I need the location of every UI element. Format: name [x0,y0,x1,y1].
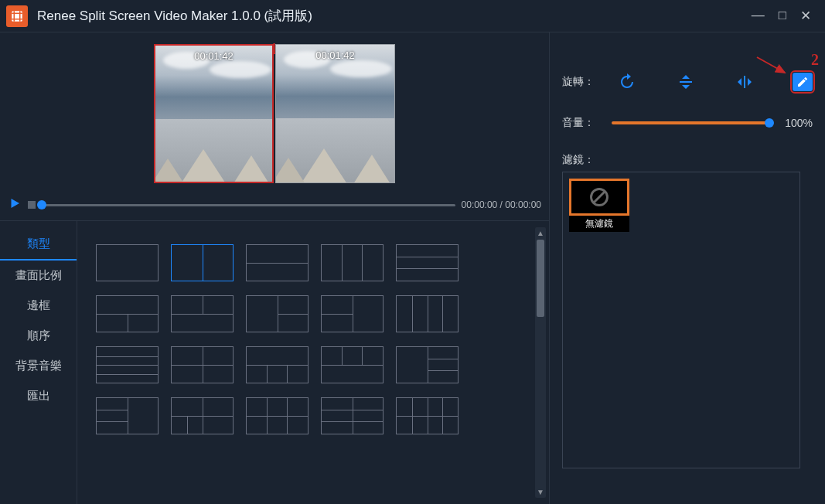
preview-clip-2[interactable]: 00:01:42 [275,44,395,183]
playback-controls: 00:00:00 / 00:00:00 [0,189,549,220]
svg-rect-2 [19,11,21,22]
layout-4x1[interactable] [96,346,159,383]
layout-more-1[interactable] [96,397,159,434]
rotate-label: 旋轉： [562,75,601,89]
rotate-cw-button[interactable] [616,71,638,93]
svg-line-5 [757,57,785,73]
layout-1x3[interactable] [321,244,384,281]
flip-vertical-icon [677,73,695,91]
film-icon [10,9,24,23]
svg-rect-0 [12,11,22,22]
seek-thumb[interactable] [37,200,46,209]
close-button[interactable]: ✕ [800,8,811,24]
maximize-button[interactable]: □ [779,8,786,24]
filter-label: 濾鏡： [562,153,601,167]
timecode: 00:00:00 / 00:00:00 [462,199,541,210]
tab-bgm[interactable]: 背景音樂 [0,351,77,381]
filter-item-none[interactable]: 無濾鏡 [569,179,629,232]
preview-area: 1 00:01:42 [0,32,549,189]
flip-horizontal-button[interactable] [734,71,755,93]
volume-label: 音量： [562,116,601,130]
scroll-down-icon[interactable]: ▼ [537,488,544,496]
pencil-icon [796,76,809,88]
volume-thumb[interactable] [765,118,774,128]
tab-border[interactable]: 邊框 [0,291,77,321]
annotation-2: 2 [811,51,819,69]
clip-2-timestamp: 00:01:42 [315,49,355,61]
layout-more-5[interactable] [396,397,459,434]
volume-row: 音量： 100% [562,116,813,130]
layout-t3b1[interactable] [321,346,384,383]
svg-rect-3 [12,12,22,14]
clip-1-timestamp: 00:01:42 [194,50,234,62]
layout-panel: ▲ ▼ [77,221,549,504]
scroll-thumb[interactable] [537,240,544,317]
preview-clip-1[interactable]: 00:01:42 [154,44,274,183]
stop-button[interactable] [28,201,36,209]
layout-1x1[interactable] [96,244,159,281]
layout-more-2[interactable] [171,397,234,434]
layout-1x2[interactable] [171,244,234,281]
layout-3x1[interactable] [396,244,459,281]
layout-t1b3[interactable] [246,346,309,383]
filter-item-none-label: 無濾鏡 [569,216,629,232]
layout-t1b2[interactable] [96,295,159,332]
no-filter-icon [588,186,610,208]
layout-l1r3[interactable] [396,346,459,383]
seek-slider[interactable] [42,204,455,206]
tab-export[interactable]: 匯出 [0,381,77,411]
svg-line-9 [594,192,605,203]
flip-horizontal-icon [735,73,754,91]
layout-2x1[interactable] [246,244,309,281]
properties-panel: 2 旋轉： 音量： 10 [550,32,825,504]
layout-scrollbar[interactable]: ▲ ▼ [535,227,546,498]
filter-thumb-none [569,179,629,216]
svg-rect-4 [12,19,22,20]
flip-vertical-button[interactable] [675,71,697,93]
window-controls: — □ ✕ [752,8,819,24]
rotate-cw-icon [618,73,636,91]
layout-more-4[interactable] [321,397,384,434]
volume-slider[interactable] [612,121,769,124]
app-logo [6,5,28,27]
layout-1x4[interactable] [396,295,459,332]
app-title: Renee Split Screen Video Maker 1.0.0 (試用… [37,7,312,25]
tab-order[interactable]: 順序 [0,321,77,351]
scroll-up-icon[interactable]: ▲ [537,229,544,237]
layout-t2b1[interactable] [171,295,234,332]
layout-l1r2[interactable] [246,295,309,332]
layout-l2r1[interactable] [321,295,384,332]
volume-value: 100% [780,117,813,129]
play-button[interactable] [8,195,22,215]
edit-button[interactable] [793,73,813,91]
svg-rect-7 [744,76,745,88]
tab-aspect-ratio[interactable]: 畫面比例 [0,261,77,291]
svg-rect-6 [680,81,692,83]
play-icon [8,196,22,210]
svg-rect-1 [14,11,15,22]
tab-type[interactable]: 類型 [0,229,77,261]
filter-list: 無濾鏡 [562,172,800,468]
tabs: 類型 畫面比例 邊框 順序 背景音樂 匯出 [0,221,77,504]
minimize-button[interactable]: — [752,8,765,24]
layout-more-3[interactable] [246,397,309,434]
annotation-arrow-icon [755,56,794,79]
titlebar: Renee Split Screen Video Maker 1.0.0 (試用… [0,0,825,32]
layout-2x2[interactable] [171,346,234,383]
filter-label-row: 濾鏡： [562,153,813,167]
